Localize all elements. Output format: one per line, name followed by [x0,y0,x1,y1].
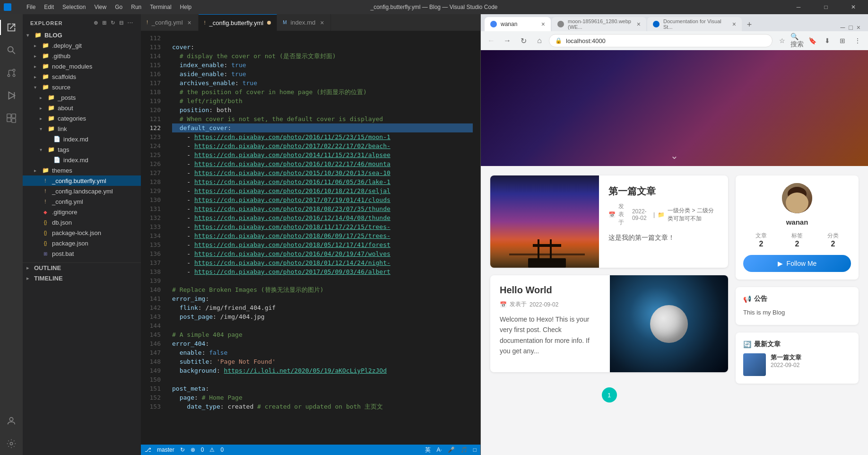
follow-me-button[interactable]: ▶ Follow Me [743,255,851,272]
activity-git[interactable] [0,61,23,84]
sidebar-item-themes[interactable]: ▸ 📁 themes [23,165,141,175]
collapse-icon[interactable]: ⊟ [119,20,124,26]
activity-extensions[interactable] [0,107,23,130]
activity-search[interactable] [0,39,23,61]
new-tab-button[interactable]: + [743,18,756,31]
code-line: cover: [172,43,473,52]
sidebar-item-categories[interactable]: ▸ 📁 categories [23,113,141,123]
sidebar-item-post-bat[interactable]: ⊞ post.bat [23,248,141,259]
sidebar-item-scaffolds[interactable]: ▸ 📁 scaffolds [23,71,141,82]
title-bar-left: File Edit Selection View Go Run Terminal… [4,2,195,12]
code-editor[interactable]: cover: # display the cover or not (是否显示文… [165,31,480,445]
menu-button[interactable]: ⋮ [851,34,864,47]
restore-icon[interactable]: □ [849,24,852,31]
close-icon[interactable]: × [732,20,736,28]
close-icon[interactable]: × [637,20,641,28]
sidebar-item-deploy-git[interactable]: ▸ 📁 .deploy_git [23,40,141,51]
activity-explorer[interactable] [0,16,23,39]
refresh-button[interactable]: ↻ [517,34,530,47]
close-icon[interactable]: × [541,20,545,28]
svg-rect-19 [509,254,585,255]
browser-tab-wanan[interactable]: wanan × [485,17,551,31]
ime-icon: A· [436,446,442,453]
menu-file[interactable]: File [23,2,39,12]
minimize-button[interactable]: ─ [788,0,809,14]
latest-post-title[interactable]: 第一篇文章 [771,353,801,362]
new-folder-icon[interactable]: ⊞ [102,20,107,26]
hero-chevron-icon[interactable]: ⌄ [670,150,678,161]
svg-rect-17 [533,244,561,247]
sidebar-item-node-modules[interactable]: ▸ 📁 node_modules [23,61,141,71]
maximize-button[interactable]: □ [815,0,837,14]
page-1-button[interactable]: 1 [602,387,617,402]
search-button[interactable]: 🔍 搜索 [790,34,804,47]
tab-config-yml[interactable]: ! _config.yml × [141,14,199,31]
address-bar[interactable]: 🔒 localhost:4000 [549,34,773,47]
blog-content[interactable]: ⌄ [481,50,868,455]
menu-help[interactable]: Help [176,2,196,12]
bookmark-button[interactable]: 🔖 [806,34,819,47]
minimize-icon[interactable]: ─ [840,24,845,31]
menu-edit[interactable]: Edit [40,2,58,12]
sidebar-item-source[interactable]: ▾ 📁 source [23,82,141,92]
activity-settings[interactable] [0,432,23,455]
sidebar-item-posts[interactable]: ▸ 📁 _posts [23,92,141,103]
sidebar-item-package-json[interactable]: {} package.json [23,238,141,248]
stat-value: 2 [791,240,803,248]
sync-icon[interactable]: ↻ [180,446,185,453]
sidebar-section-timeline[interactable]: ▸ TIMELINE [23,273,141,283]
sidebar-item-tags[interactable]: ▾ 📁 tags [23,144,141,155]
sidebar-item-link-index[interactable]: 📄 index.md [23,134,141,144]
sidebar-item-config-landscape[interactable]: ! _config.landscape.yml [23,186,141,196]
sidebar-item-config-butterfly[interactable]: ! _config.butterfly.yml [23,175,141,186]
new-file-icon[interactable]: ⊕ [94,20,98,26]
post-date-prefix: 发表于 [618,202,629,227]
menu-run[interactable]: Run [127,2,145,12]
back-button[interactable]: ← [485,34,498,47]
close-icon[interactable]: × [857,24,860,31]
outline-label: OUTLINE [34,264,61,271]
sidebar-item-db-json[interactable]: {} db.json [23,217,141,228]
svg-rect-15 [538,239,539,268]
sidebar-item-gitignore[interactable]: ◆ .gitignore [23,207,141,217]
menu-view[interactable]: View [90,2,110,12]
post-title-2[interactable]: Hello World [500,285,600,296]
tab-label: _config.yml [152,19,183,26]
stat-label: 标签 [791,232,803,240]
post-title-1[interactable]: 第一篇文章 [608,185,719,198]
tab-bar: ! _config.yml × ! _config.butterfly.yml … [141,14,480,31]
close-button[interactable]: ✕ [842,0,864,14]
menu-bar[interactable]: File Edit Selection View Go Run Terminal… [23,2,195,12]
tab-close-icon[interactable]: × [187,18,192,27]
sidebar-item-config[interactable]: ! _config.yml [23,196,141,207]
sidebar-item-github[interactable]: ▸ 📁 .github [23,51,141,61]
menu-go[interactable]: Go [111,2,126,12]
sidebar-section-outline[interactable]: ▸ OUTLINE [23,262,141,273]
sidebar-item-about[interactable]: ▸ 📁 about [23,103,141,113]
more-icon[interactable]: ··· [128,20,133,26]
sidebar-item-package-lock[interactable]: {} package-lock.json [23,228,141,238]
code-line: # display the cover or not (是否显示文章封面) [172,52,473,61]
extensions-button[interactable]: ⊞ [836,34,849,47]
sidebar-item-blog[interactable]: ▾ 📁 BLOG [23,30,141,40]
tab-index-md[interactable]: M index.md × [277,14,331,31]
menu-selection[interactable]: Selection [59,2,89,12]
star-button[interactable]: ☆ [775,34,789,47]
latest-post-info: 第一篇文章 2022-09-02 [771,353,801,368]
home-button[interactable]: ⌂ [533,34,546,47]
activity-account[interactable] [0,410,23,432]
tab-close-icon[interactable]: × [319,18,325,27]
refresh-icon[interactable]: ↻ [111,20,115,26]
download-button[interactable]: ⬇ [821,34,834,47]
code-line: page: # Home Page [172,393,473,402]
forward-button[interactable]: → [501,34,514,47]
menu-terminal[interactable]: Terminal [146,2,175,12]
activity-run[interactable] [0,84,23,107]
stat-value: 2 [755,240,767,248]
sidebar-item-link[interactable]: ▾ 📁 link [23,123,141,134]
browser-tab-moon[interactable]: moon-1859616_1280.webp (WE... × [552,17,646,31]
browser-tab-docs[interactable]: Documentation for Visual St... × [647,17,742,31]
post-category[interactable]: 一级分类 > 二级分类可加可不加 [668,207,719,223]
sidebar-item-tags-index[interactable]: 📄 index.md [23,155,141,165]
tab-config-butterfly[interactable]: ! _config.butterfly.yml [199,14,277,31]
